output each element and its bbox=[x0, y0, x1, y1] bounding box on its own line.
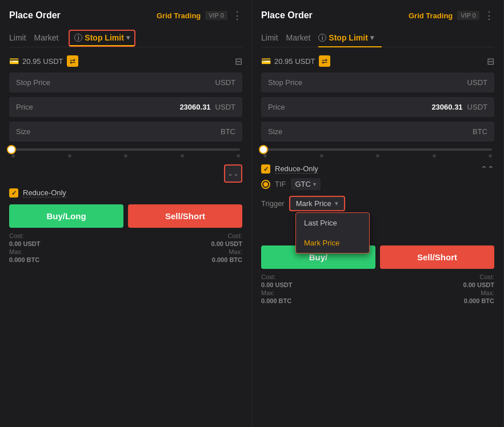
radio-inner bbox=[263, 182, 268, 187]
price-label: Price bbox=[16, 103, 33, 111]
right-reduce-only-label: Reduce-Only bbox=[275, 164, 318, 174]
grid-trading-label[interactable]: Grid Trading bbox=[157, 11, 201, 20]
right-vip-badge: VIP 0 bbox=[457, 11, 479, 20]
size-right: BTC bbox=[216, 127, 235, 136]
size-label: Size bbox=[16, 127, 30, 136]
expand-button[interactable]: ⌄⌄ bbox=[224, 164, 242, 183]
gtc-select[interactable]: GTC ▾ bbox=[291, 178, 321, 190]
last-price-label: Last Price bbox=[304, 219, 337, 227]
right-slider-dots bbox=[263, 154, 492, 158]
trigger-label: Trigger bbox=[261, 199, 285, 208]
balance-left: 💳 20.95 USDT ⇄ bbox=[9, 55, 78, 67]
right-stop-price-right: USDT bbox=[463, 78, 487, 87]
right-max-sell-value: 0.000 BTC bbox=[463, 297, 494, 304]
right-tab-limit[interactable]: Limit bbox=[261, 30, 286, 47]
tab-market[interactable]: Market bbox=[34, 30, 67, 47]
calculator-icon[interactable]: ⊟ bbox=[235, 56, 242, 67]
right-max-buy-value: 0.000 BTC bbox=[261, 297, 292, 304]
right-cost-buy-value: 0.00 USDT bbox=[261, 281, 292, 288]
trigger-row: Trigger Mark Price ▾ bbox=[261, 196, 494, 211]
right-transfer-icon[interactable]: ⇄ bbox=[319, 55, 330, 67]
right-calculator-icon[interactable]: ⊟ bbox=[487, 56, 494, 67]
slider-dot-1 bbox=[68, 154, 71, 158]
slider-track[interactable] bbox=[11, 148, 240, 151]
reduce-only-row: ✓ Reduce-Only bbox=[9, 188, 242, 198]
trigger-chevron-icon: ▾ bbox=[335, 200, 338, 207]
vip-badge: VIP 0 bbox=[205, 11, 227, 20]
right-tab-market[interactable]: Market bbox=[286, 30, 319, 47]
right-cost-buy-item: Cost: 0.00 USDT Max: 0.000 BTC bbox=[261, 273, 292, 304]
max-buy-value: 0.000 BTC bbox=[9, 256, 40, 263]
slider-container bbox=[9, 148, 242, 158]
reduce-only-label: Reduce-Only bbox=[23, 188, 66, 198]
right-price-right: 23060.31 USDT bbox=[431, 103, 487, 111]
right-slider-track[interactable] bbox=[263, 148, 492, 151]
tif-radio[interactable] bbox=[261, 180, 270, 189]
right-check-icon: ✓ bbox=[263, 166, 269, 173]
balance-row: 💳 20.95 USDT ⇄ ⊟ bbox=[9, 55, 242, 67]
right-size-currency: BTC bbox=[473, 127, 487, 136]
right-cost-buy-label: Cost: bbox=[261, 273, 292, 280]
price-value: 23060.31 bbox=[179, 103, 210, 111]
right-slider-dot-0 bbox=[263, 154, 267, 158]
price-field[interactable]: Price 23060.31 USDT bbox=[9, 97, 242, 117]
tif-label: TIF bbox=[275, 180, 286, 188]
action-buttons: Buy/Long Sell/Short bbox=[9, 204, 242, 228]
right-balance-left: 💳 20.95 USDT ⇄ bbox=[261, 55, 330, 67]
tab-stop-limit-label: Stop Limit bbox=[85, 33, 123, 42]
price-right: 23060.31 USDT bbox=[179, 103, 235, 111]
cost-buy-label: Cost: bbox=[9, 232, 40, 239]
right-grid-trading-label[interactable]: Grid Trading bbox=[409, 11, 453, 20]
slider-dot-2 bbox=[124, 154, 127, 158]
check-icon: ✓ bbox=[11, 190, 17, 197]
chevron-down-double-icon: ⌄⌄ bbox=[227, 170, 239, 178]
right-chevron-down-icon: ▾ bbox=[370, 34, 374, 42]
chevron-down-icon: ▾ bbox=[126, 34, 130, 42]
right-slider-thumb[interactable] bbox=[259, 145, 268, 154]
max-buy-label: Max: bbox=[9, 248, 40, 255]
buy-long-button[interactable]: Buy/Long bbox=[9, 204, 123, 228]
stop-price-label: Stop Price bbox=[16, 78, 50, 87]
cost-buy-value: 0.00 USDT bbox=[9, 240, 40, 247]
right-reduce-only-row: ✓ Reduce-Only bbox=[261, 164, 318, 174]
slider-dot-3 bbox=[181, 154, 184, 158]
slider-thumb[interactable] bbox=[7, 145, 16, 154]
left-panel: Place Order Grid Trading VIP 0 ⋮ Limit M… bbox=[0, 0, 252, 427]
trigger-value: Mark Price bbox=[296, 199, 331, 208]
tab-stop-limit[interactable]: i Stop Limit ▾ bbox=[69, 30, 135, 47]
trigger-select[interactable]: Mark Price ▾ bbox=[289, 196, 345, 211]
right-cost-sell-value: 0.00 USDT bbox=[463, 281, 494, 288]
cost-sell-label: Cost: bbox=[211, 232, 242, 239]
size-field[interactable]: Size BTC bbox=[9, 122, 242, 142]
order-tabs: Limit Market i Stop Limit ▾ bbox=[9, 30, 242, 47]
sell-short-button[interactable]: Sell/Short bbox=[128, 204, 242, 228]
right-reduce-only-checkbox[interactable]: ✓ bbox=[261, 164, 270, 174]
right-sell-short-button[interactable]: Sell/Short bbox=[380, 245, 494, 269]
right-balance-row: 💳 20.95 USDT ⇄ ⊟ bbox=[261, 55, 494, 67]
right-tab-stop-limit[interactable]: i Stop Limit ▾ bbox=[318, 30, 381, 47]
right-stop-price-currency: USDT bbox=[467, 78, 487, 87]
right-size-field[interactable]: Size BTC bbox=[261, 122, 494, 142]
tab-limit[interactable]: Limit bbox=[9, 30, 34, 47]
right-slider-dot-1 bbox=[320, 154, 323, 158]
dropdown-item-last-price[interactable]: Last Price bbox=[296, 213, 369, 233]
trigger-container: Trigger Mark Price ▾ Last Price Mark Pri… bbox=[261, 196, 494, 211]
right-panel: Place Order Grid Trading VIP 0 ⋮ Limit M… bbox=[252, 0, 504, 427]
more-icon[interactable]: ⋮ bbox=[232, 9, 242, 22]
right-price-field[interactable]: Price 23060.31 USDT bbox=[261, 97, 494, 117]
right-more-icon[interactable]: ⋮ bbox=[484, 9, 494, 22]
reduce-only-checkbox[interactable]: ✓ bbox=[9, 188, 18, 198]
stop-price-field[interactable]: Stop Price USDT bbox=[9, 72, 242, 92]
stop-price-currency: USDT bbox=[215, 78, 235, 87]
right-header-right: Grid Trading VIP 0 ⋮ bbox=[409, 9, 494, 22]
right-size-right: BTC bbox=[468, 127, 487, 136]
right-price-currency: USDT bbox=[467, 103, 487, 111]
right-tab-stop-limit-label: Stop Limit bbox=[329, 33, 367, 42]
collapse-button[interactable]: ⌃⌃ bbox=[481, 164, 494, 174]
right-stop-price-field[interactable]: Stop Price USDT bbox=[261, 72, 494, 92]
right-panel-title: Place Order bbox=[261, 10, 313, 21]
right-price-value: 23060.31 bbox=[431, 103, 462, 111]
dropdown-item-mark-price[interactable]: Mark Price bbox=[296, 233, 369, 253]
transfer-icon[interactable]: ⇄ bbox=[67, 55, 78, 67]
panel-header: Place Order Grid Trading VIP 0 ⋮ bbox=[9, 9, 242, 22]
